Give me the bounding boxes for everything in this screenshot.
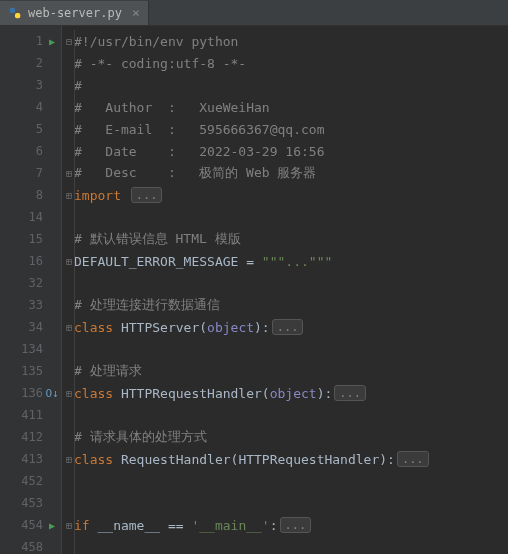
code-line[interactable]: ⊞DEFAULT_ERROR_MESSAGE = """...""" xyxy=(64,250,508,272)
code-line[interactable] xyxy=(64,206,508,228)
code-line[interactable]: # 请求具体的处理方式 xyxy=(64,426,508,448)
code-line[interactable]: ⊞class HTTPRequestHandler(object):... xyxy=(64,382,508,404)
line-number[interactable]: 34 xyxy=(0,316,61,338)
code-line[interactable]: # 处理连接进行数据通信 xyxy=(64,294,508,316)
code-line[interactable]: # 默认错误信息 HTML 模版 xyxy=(64,228,508,250)
code-line[interactable] xyxy=(64,404,508,426)
line-number[interactable]: 3 xyxy=(0,74,61,96)
code-line[interactable]: # xyxy=(64,74,508,96)
code-line[interactable]: ⊞import ... xyxy=(64,184,508,206)
folded-region[interactable]: ... xyxy=(334,385,366,401)
token-classname: HTTPRequestHandler xyxy=(238,452,379,467)
code-line[interactable]: ⊞if __name__ == '__main__':... xyxy=(64,514,508,536)
token-default: ): xyxy=(379,452,395,467)
line-number[interactable]: 412 xyxy=(0,426,61,448)
token-comment: # 默认错误信息 HTML 模版 xyxy=(74,230,241,248)
token-default: ): xyxy=(254,320,270,335)
override-gutter-icon[interactable]: O↓ xyxy=(45,387,59,400)
code-line[interactable]: ⊞# Desc : 极简的 Web 服务器 xyxy=(64,162,508,184)
code-line[interactable]: # Date : 2022-03-29 16:56 xyxy=(64,140,508,162)
run-gutter-icon[interactable]: ▶ xyxy=(45,36,59,47)
line-number[interactable]: 4 xyxy=(0,96,61,118)
token-comment: # Date : 2022-03-29 16:56 xyxy=(74,144,324,159)
python-file-icon xyxy=(8,6,22,20)
token-default: = xyxy=(246,254,262,269)
line-number[interactable]: 8 xyxy=(0,184,61,206)
code-area[interactable]: ⊟#!/usr/bin/env python# -*- coding:utf-8… xyxy=(62,26,508,554)
token-default: ): xyxy=(317,386,333,401)
line-number[interactable]: 33 xyxy=(0,294,61,316)
line-number[interactable]: 458 xyxy=(0,536,61,554)
token-comment: #!/usr/bin/env python xyxy=(74,34,238,49)
line-number[interactable]: 2 xyxy=(0,52,61,74)
file-tab[interactable]: web-server.py × xyxy=(0,1,149,25)
code-line[interactable]: # -*- coding:utf-8 -*- xyxy=(64,52,508,74)
line-number[interactable]: 413 xyxy=(0,448,61,470)
fold-icon[interactable]: ⊞ xyxy=(64,168,74,179)
line-number[interactable]: 454▶ xyxy=(0,514,61,536)
token-comment: # 处理请求 xyxy=(74,362,142,380)
line-number[interactable]: 453 xyxy=(0,492,61,514)
token-comment: # 处理连接进行数据通信 xyxy=(74,296,220,314)
code-line[interactable] xyxy=(64,338,508,360)
run-gutter-icon[interactable]: ▶ xyxy=(45,520,59,531)
folded-region[interactable]: ... xyxy=(272,319,304,335)
token-classname: HTTPServer xyxy=(121,320,199,335)
folded-region[interactable]: ... xyxy=(397,451,429,467)
token-keyword: class xyxy=(74,320,121,335)
line-number[interactable]: 16 xyxy=(0,250,61,272)
line-number[interactable]: 6 xyxy=(0,140,61,162)
code-line[interactable] xyxy=(64,470,508,492)
token-default: : xyxy=(270,518,278,533)
gutter: 1▶2345678141516323334134135136O↓41141241… xyxy=(0,26,62,554)
line-number[interactable]: 1▶ xyxy=(0,30,61,52)
line-number[interactable]: 411 xyxy=(0,404,61,426)
code-line[interactable]: ⊞class HTTPServer(object):... xyxy=(64,316,508,338)
code-line[interactable] xyxy=(64,492,508,514)
code-line[interactable]: # Author : XueWeiHan xyxy=(64,96,508,118)
line-number[interactable]: 7 xyxy=(0,162,61,184)
fold-icon[interactable]: ⊞ xyxy=(64,388,74,399)
token-string: """...""" xyxy=(262,254,332,269)
token-keyword: import xyxy=(74,188,129,203)
token-comment: # 请求具体的处理方式 xyxy=(74,428,207,446)
token-var: DEFAULT_ERROR_MESSAGE xyxy=(74,254,246,269)
tab-filename: web-server.py xyxy=(28,6,122,20)
token-default: ( xyxy=(231,452,239,467)
editor: 1▶2345678141516323334134135136O↓41141241… xyxy=(0,26,508,554)
code-line[interactable] xyxy=(64,272,508,294)
close-icon[interactable]: × xyxy=(132,5,140,20)
fold-icon[interactable]: ⊞ xyxy=(64,256,74,267)
token-comment: # Desc : 极简的 Web 服务器 xyxy=(74,164,316,182)
line-number[interactable]: 5 xyxy=(0,118,61,140)
token-var: __name__ xyxy=(97,518,167,533)
folded-region[interactable]: ... xyxy=(280,517,312,533)
fold-icon[interactable]: ⊞ xyxy=(64,190,74,201)
fold-icon[interactable]: ⊞ xyxy=(64,322,74,333)
fold-icon[interactable]: ⊞ xyxy=(64,520,74,531)
folded-region[interactable]: ... xyxy=(131,187,163,203)
line-number[interactable]: 135 xyxy=(0,360,61,382)
token-default: ( xyxy=(199,320,207,335)
code-line[interactable]: ⊞class RequestHandler(HTTPRequestHandler… xyxy=(64,448,508,470)
token-comment: # -*- coding:utf-8 -*- xyxy=(74,56,246,71)
fold-icon[interactable]: ⊟ xyxy=(64,36,74,47)
fold-icon[interactable]: ⊞ xyxy=(64,454,74,465)
token-builtin: object xyxy=(270,386,317,401)
line-number[interactable]: 14 xyxy=(0,206,61,228)
line-number[interactable]: 136O↓ xyxy=(0,382,61,404)
indent-guide xyxy=(74,30,75,554)
token-comment: # Author : XueWeiHan xyxy=(74,100,270,115)
code-line[interactable]: ⊟#!/usr/bin/env python xyxy=(64,30,508,52)
token-keyword: class xyxy=(74,452,121,467)
code-line[interactable] xyxy=(64,536,508,554)
line-number[interactable]: 32 xyxy=(0,272,61,294)
line-number[interactable]: 134 xyxy=(0,338,61,360)
line-number[interactable]: 15 xyxy=(0,228,61,250)
code-line[interactable]: # E-mail : 595666367@qq.com xyxy=(64,118,508,140)
token-keyword: if xyxy=(74,518,97,533)
code-line[interactable]: # 处理请求 xyxy=(64,360,508,382)
line-number[interactable]: 452 xyxy=(0,470,61,492)
token-comment: # E-mail : 595666367@qq.com xyxy=(74,122,324,137)
svg-rect-1 xyxy=(15,13,20,18)
